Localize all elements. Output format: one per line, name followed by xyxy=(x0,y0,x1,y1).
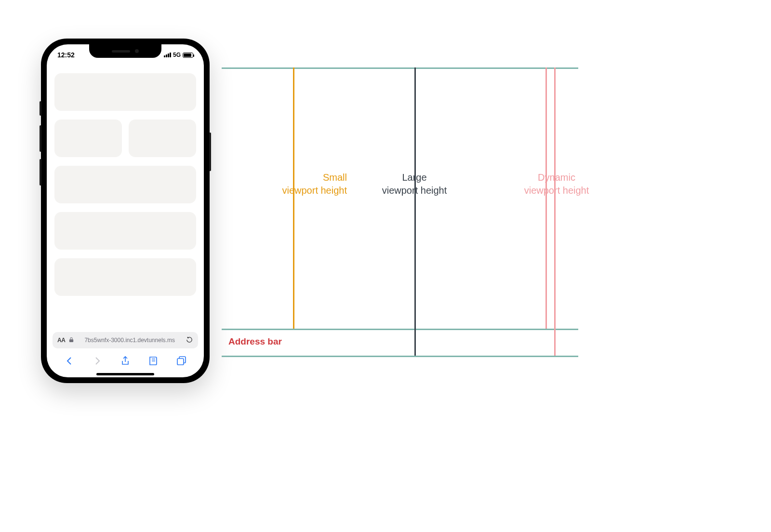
phone-notch xyxy=(89,44,161,58)
large-viewport-label: Large viewport height xyxy=(366,171,463,197)
home-indicator xyxy=(96,373,154,375)
forward-button[interactable] xyxy=(92,355,103,367)
signal-icon xyxy=(164,53,171,57)
phone-side-button xyxy=(40,101,41,116)
skeleton-block xyxy=(129,120,196,157)
dynamic-viewport-line-alt xyxy=(554,67,556,356)
skeleton-row xyxy=(54,120,196,157)
phone-side-button xyxy=(40,125,41,152)
label-line1: Dynamic xyxy=(538,172,575,183)
text-size-button[interactable]: AA xyxy=(57,337,65,344)
svg-rect-0 xyxy=(177,359,184,365)
address-bar-area-label: Address bar xyxy=(228,336,282,347)
back-button[interactable] xyxy=(64,355,75,367)
label-line1: Small xyxy=(323,172,347,183)
tabs-button[interactable] xyxy=(175,355,187,367)
safari-toolbar xyxy=(47,350,204,372)
dynamic-viewport-line xyxy=(545,67,547,329)
label-line2: viewport height xyxy=(382,185,447,196)
large-viewport-line xyxy=(414,67,416,356)
small-viewport-label: Small viewport height xyxy=(239,171,347,197)
label-line1: Large xyxy=(402,172,426,183)
bookmarks-button[interactable] xyxy=(147,355,159,367)
phone-side-button xyxy=(209,133,211,171)
share-button[interactable] xyxy=(120,355,131,367)
small-viewport-line xyxy=(293,67,294,329)
dynamic-viewport-label: Dynamic viewport height xyxy=(508,171,605,197)
skeleton-block xyxy=(54,258,196,296)
skeleton-block xyxy=(54,212,196,250)
phone-side-button xyxy=(40,159,41,186)
skeleton-block xyxy=(54,120,122,157)
skeleton-block xyxy=(54,73,196,111)
phone-screen: 12:52 5G AA 7bs5wnfx-3000.inc1.devtunnel… xyxy=(47,44,204,377)
status-time: 12:52 xyxy=(57,51,75,59)
viewport-top-line xyxy=(222,67,578,69)
page-content xyxy=(54,73,196,329)
viewport-small-bottom-line xyxy=(222,329,578,330)
lock-icon xyxy=(69,337,74,344)
network-label: 5G xyxy=(173,52,181,58)
label-line2: viewport height xyxy=(282,185,347,196)
reload-icon[interactable] xyxy=(186,336,193,345)
phone-mockup: 12:52 5G AA 7bs5wnfx-3000.inc1.devtunnel… xyxy=(41,39,210,383)
url-text[interactable]: 7bs5wnfx-3000.inc1.devtunnels.ms xyxy=(78,337,182,344)
status-right: 5G xyxy=(164,52,193,58)
skeleton-block xyxy=(54,166,196,203)
battery-icon xyxy=(183,53,193,58)
viewport-large-bottom-line xyxy=(222,356,578,357)
address-bar[interactable]: AA 7bs5wnfx-3000.inc1.devtunnels.ms xyxy=(53,332,198,348)
label-line2: viewport height xyxy=(524,185,589,196)
viewport-diagram: Small viewport height Large viewport hei… xyxy=(222,67,578,381)
